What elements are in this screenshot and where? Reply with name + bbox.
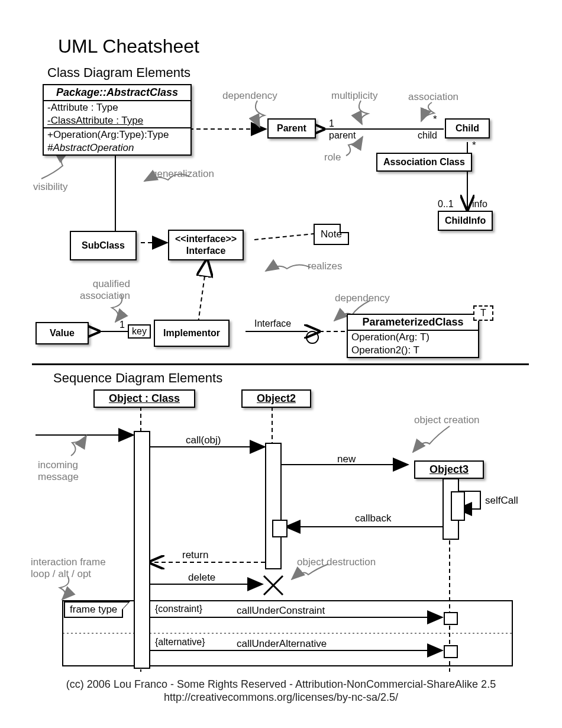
abstract-op1: +Operation(Arg:Type):Type	[44, 127, 190, 141]
abstract-class-box: Package::AbstractClass -Attribute : Type…	[43, 84, 192, 156]
label-alternative: {alternative}	[155, 637, 205, 648]
label-generalization: generalization	[151, 168, 214, 180]
seq-object2: Object2	[241, 389, 311, 408]
activation-obj2-inner	[272, 520, 288, 537]
seq-object3: Object3	[414, 460, 484, 479]
label-call-under-alternative: callUnderAlternative	[237, 638, 327, 650]
association-class-label: Association Class	[383, 157, 465, 167]
label-dependency: dependency	[222, 90, 277, 102]
label-parent-role: parent	[329, 130, 356, 141]
activation-obj3-self	[451, 491, 465, 521]
abstract-op2: #AbstractOperation	[44, 141, 190, 154]
parent-box: Parent	[267, 118, 316, 138]
param-op2: Operation2(): T	[348, 344, 478, 357]
label-realizes: realizes	[308, 260, 343, 272]
label-object-creation: object creation	[414, 414, 480, 426]
subclass-box: SubClass	[70, 231, 137, 260]
label-interface-dep: Interface	[254, 318, 291, 329]
interface-stereo: <<interface>>	[175, 233, 237, 245]
label-visibility: visibility	[33, 181, 68, 193]
label-role: role	[324, 152, 341, 163]
label-zero-one: 0..1	[438, 199, 454, 210]
interface-box: <<interface>> Interface	[168, 230, 244, 260]
label-association: association	[408, 91, 458, 103]
label-multiplicity: multiplicity	[331, 90, 377, 102]
activation-obj1	[134, 431, 150, 669]
label-object-destruction: object destruction	[297, 556, 376, 568]
label-incoming-message: incoming message	[38, 459, 91, 483]
abstract-class-name: Package::AbstractClass	[44, 85, 190, 100]
param-op1: Operation(Arg: T)	[348, 330, 478, 344]
label-delete: delete	[188, 572, 215, 584]
label-one: 1	[329, 118, 334, 129]
label-one-q: 1	[119, 320, 125, 330]
interface-name: Interface	[175, 245, 237, 257]
svg-line-6	[254, 234, 314, 240]
label-selfcall: selfCall	[485, 495, 518, 507]
child-box: Child	[445, 118, 490, 138]
key-qualifier: key	[128, 324, 151, 339]
note-box: Note	[314, 224, 349, 245]
label-call-under-constraint: callUnderConstraint	[237, 605, 325, 617]
label-info: info	[472, 199, 487, 210]
label-dependency2: dependency	[335, 292, 390, 304]
label-star2: *	[472, 140, 476, 152]
abstract-attr2: -ClassAttribute : Type	[44, 114, 190, 127]
activation-frame1	[444, 612, 458, 625]
footer-line1: (cc) 2006 Lou Franco - Some Rights Reser…	[0, 678, 562, 691]
label-interaction-frame: interaction frame loop / alt / opt	[31, 556, 119, 580]
svg-line-7	[198, 259, 207, 323]
label-child-role: child	[418, 130, 437, 141]
childinfo-box: ChildInfo	[438, 211, 493, 231]
label-qualified-assoc: qualified association	[59, 278, 130, 302]
section-sequence-diagram: Sequence Diagram Elements	[53, 371, 222, 386]
label-return: return	[182, 549, 208, 561]
param-class-name: ParameterizedClass	[348, 315, 478, 330]
frame-type-tab: frame type	[64, 601, 123, 618]
activation-frame2	[444, 645, 458, 658]
label-constraint: {constraint}	[155, 604, 202, 614]
template-parameter: T	[473, 305, 493, 321]
activation-obj2	[265, 443, 282, 569]
seq-object1: Object : Class	[93, 389, 195, 408]
divider	[32, 363, 529, 365]
label-star: *	[433, 114, 437, 125]
footer-line2: http://creativecommons.org/licenses/by-n…	[0, 691, 562, 704]
label-call: call(obj)	[186, 434, 221, 446]
association-class-box: Association Class	[376, 153, 472, 172]
label-new: new	[337, 453, 356, 465]
parameterized-class-box: ParameterizedClass Operation(Arg: T) Ope…	[347, 314, 479, 358]
implementor-box: Implementor	[154, 320, 230, 347]
label-callback: callback	[355, 513, 391, 524]
value-box: Value	[35, 322, 89, 344]
abstract-attr1: -Attribute : Type	[44, 100, 190, 114]
